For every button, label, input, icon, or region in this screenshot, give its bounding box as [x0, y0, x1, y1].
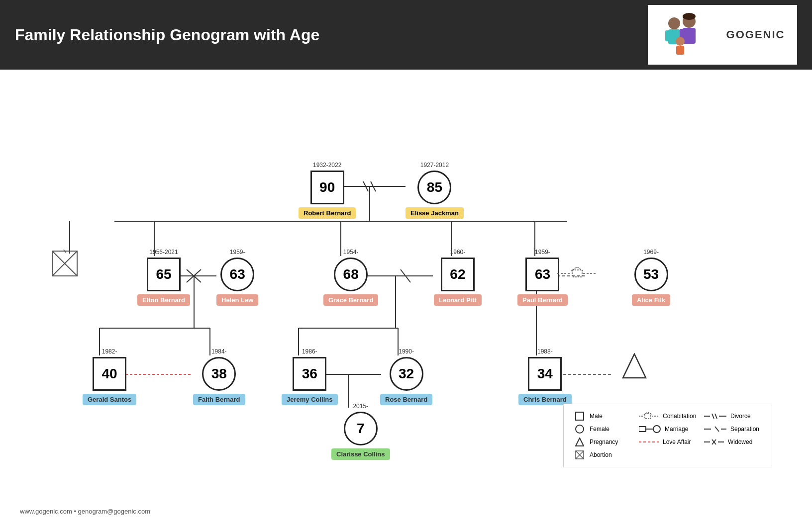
paul-shape: 63: [525, 258, 559, 291]
main-content: 1932-2022 90 Robert Bernard 1927-2012 85…: [0, 70, 812, 525]
helen-label: Helen Lew: [216, 294, 258, 306]
robert-shape: 90: [310, 171, 344, 204]
leonard-label: Leonard Pitt: [434, 294, 482, 306]
person-grace: 1954- 68 Grace Bernard: [323, 249, 378, 306]
logo-brand: ⊠ GOGENIC: [715, 28, 785, 41]
person-clarisse: 2015- 7 Clarisse Collins: [331, 403, 390, 460]
faith-dates: 1984-: [193, 348, 245, 355]
robert-dates: 1932-2022: [299, 162, 356, 169]
legend-separation: Separation: [704, 425, 762, 434]
faith-label: Faith Bernard: [193, 394, 245, 405]
clarisse-dates: 2015-: [331, 403, 390, 410]
footer: www.gogenic.com • genogram@gogenic.com: [20, 508, 150, 515]
clarisse-shape: 7: [344, 412, 378, 445]
person-chris: 1988- 34 Chris Bernard: [518, 348, 572, 405]
svg-point-0: [668, 17, 680, 29]
grace-shape: 68: [334, 258, 368, 291]
clarisse-label: Clarisse Collins: [331, 448, 390, 460]
robert-label: Robert Bernard: [299, 207, 356, 219]
alice-label: Alice Filk: [632, 294, 670, 306]
gerald-label: Gerald Santos: [83, 394, 136, 405]
legend-pregnancy-label: Pregnancy: [590, 438, 618, 445]
jeremy-shape: 36: [293, 357, 326, 391]
leonard-dates: 1960-: [434, 249, 482, 256]
legend-widowed: Widowed: [704, 438, 762, 446]
person-rose: 1990- 32 Rose Bernard: [380, 348, 432, 405]
person-helen: 1959- 63 Helen Lew: [216, 249, 258, 306]
svg-marker-63: [576, 438, 584, 446]
cohabitation-symbol: [557, 266, 597, 283]
legend-love-affair-label: Love Affair: [663, 438, 691, 445]
gerald-dates: 1982-: [83, 348, 136, 355]
elisse-label: Elisse Jackman: [406, 207, 464, 219]
person-jeremy: 1986- 36 Jeremy Collins: [282, 348, 338, 405]
leonard-shape: 62: [441, 258, 475, 291]
legend-grid: Male Cohabitation: [574, 412, 762, 459]
legend-cohabitation: Cohabitation: [639, 412, 697, 421]
alice-shape: 53: [634, 258, 668, 291]
helen-dates: 1959-: [216, 249, 258, 256]
legend-male: Male: [574, 412, 631, 421]
elisse-shape: 85: [417, 171, 451, 204]
paul-dates: 1959-: [517, 249, 568, 256]
legend-abortion-label: Abortion: [590, 451, 612, 458]
legend: Male Cohabitation: [563, 404, 772, 467]
svg-rect-2: [665, 30, 669, 41]
svg-rect-48: [576, 412, 584, 420]
rose-dates: 1990-: [380, 348, 432, 355]
svg-rect-50: [645, 414, 651, 419]
svg-line-29: [401, 269, 410, 282]
svg-point-56: [576, 425, 584, 433]
svg-point-9: [676, 37, 685, 46]
person-alice: 1969- 53 Alice Filk: [632, 249, 670, 306]
legend-widowed-label: Widowed: [728, 438, 752, 445]
legend-male-label: Male: [590, 413, 603, 420]
chris-dates: 1988-: [518, 348, 572, 355]
alice-dates: 1969-: [632, 249, 670, 256]
elton-dates: 1956-2021: [137, 249, 190, 256]
paul-label: Paul Bernard: [517, 294, 568, 306]
svg-line-12: [363, 181, 368, 191]
gerald-shape: 40: [93, 357, 126, 391]
faith-shape: 38: [202, 357, 236, 391]
legend-divorce: Divorce: [704, 412, 762, 421]
page-title: Family Relationship Genogram with Age: [15, 26, 319, 44]
person-gerald: 1982- 40 Gerald Santos: [83, 348, 136, 405]
pregnancy-symbol-gen3: [622, 353, 647, 382]
svg-rect-57: [639, 427, 646, 432]
svg-point-5: [683, 13, 696, 20]
family-illustration: [660, 12, 710, 57]
person-faith: 1984- 38 Faith Bernard: [193, 348, 245, 405]
person-elton: 1956-2021 65 Elton Bernard: [137, 249, 190, 306]
elton-label: Elton Bernard: [137, 294, 190, 306]
legend-pregnancy: Pregnancy: [574, 438, 631, 446]
svg-marker-47: [623, 354, 646, 378]
genogram: 1932-2022 90 Robert Bernard 1927-2012 85…: [20, 80, 792, 487]
legend-marriage-label: Marriage: [665, 426, 688, 433]
legend-female: Female: [574, 425, 631, 434]
jeremy-dates: 1986-: [282, 348, 338, 355]
abortion-symbol: [50, 249, 80, 280]
svg-line-61: [715, 427, 719, 432]
jeremy-label: Jeremy Collins: [282, 394, 338, 405]
legend-divorce-label: Divorce: [730, 413, 751, 420]
svg-point-59: [653, 426, 660, 433]
person-robert: 1932-2022 90 Robert Bernard: [299, 162, 356, 219]
legend-separation-label: Separation: [730, 426, 759, 433]
helen-shape: 63: [220, 258, 254, 291]
svg-line-53: [712, 414, 714, 419]
elton-shape: 65: [147, 258, 181, 291]
rose-shape: 32: [390, 357, 423, 391]
legend-female-label: Female: [590, 426, 609, 433]
elisse-dates: 1927-2012: [406, 162, 464, 169]
person-elisse: 1927-2012 85 Elisse Jackman: [406, 162, 464, 219]
header: Family Relationship Genogram with Age ⊠ …: [0, 0, 812, 70]
svg-rect-44: [572, 270, 582, 277]
person-leonard: 1960- 62 Leonard Pitt: [434, 249, 482, 306]
legend-love-affair: Love Affair: [639, 438, 697, 446]
legend-marriage: Marriage: [639, 425, 697, 434]
grace-label: Grace Bernard: [323, 294, 378, 306]
svg-rect-8: [692, 29, 696, 40]
logo-container: ⊠ GOGENIC: [648, 5, 797, 65]
grace-dates: 1954-: [323, 249, 378, 256]
